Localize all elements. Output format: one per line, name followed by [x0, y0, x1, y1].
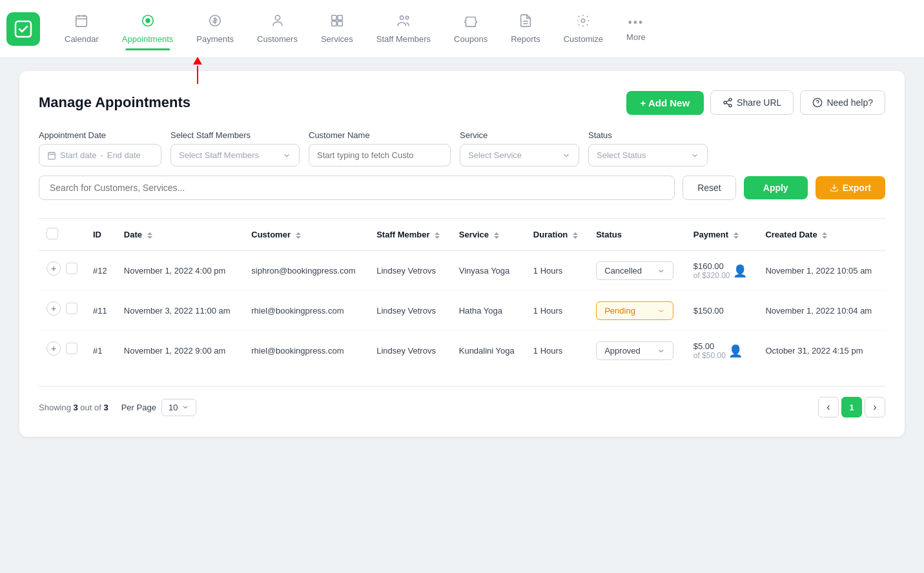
nav-item-coupons[interactable]: Coupons — [442, 8, 499, 49]
select-all-checkbox[interactable] — [46, 228, 58, 239]
nav-label-coupons: Coupons — [454, 34, 488, 44]
showing-text: Showing 3 out of 3 — [39, 403, 108, 412]
row-duration: 1 Hours — [526, 331, 588, 371]
export-button[interactable]: Export — [816, 176, 885, 199]
status-group: Status Select Status — [588, 130, 708, 166]
svg-point-19 — [724, 101, 726, 104]
date-range-input[interactable]: Start date - End date — [39, 144, 161, 166]
expand-row-button[interactable]: + — [46, 341, 61, 356]
nav-label-customize: Customize — [564, 34, 603, 44]
top-navigation: Calendar Appointments Payments Customers… — [0, 0, 924, 58]
payments-icon — [208, 14, 222, 32]
staff-column[interactable]: Staff Member — [369, 219, 451, 251]
table-row: + #12 November 1, 2022 4:00 pm siphron@b… — [39, 251, 885, 291]
main-card: Manage Appointments + Add New Share URL … — [19, 71, 905, 437]
row-id: #11 — [85, 291, 116, 331]
chevron-down-icon — [282, 151, 291, 160]
nav-item-customize[interactable]: Customize — [552, 8, 615, 49]
prev-page-button[interactable]: ‹ — [818, 397, 839, 417]
svg-rect-1 — [76, 16, 87, 26]
filters-row: Appointment Date Start date - End date S… — [39, 130, 885, 166]
svg-point-13 — [400, 16, 404, 20]
table-header-row: ID Date Customer Staff Member Service — [39, 219, 885, 251]
table-row: + #1 November 1, 2022 9:00 am rhiel@book… — [39, 331, 885, 371]
add-new-button[interactable]: + Add New — [626, 91, 704, 115]
row-created: October 31, 2022 4:15 pm — [757, 331, 885, 371]
date-column[interactable]: Date — [116, 219, 243, 251]
per-page-dropdown[interactable]: 10 — [161, 399, 196, 416]
customer-name-group: Customer Name — [309, 130, 451, 166]
nav-item-appointments[interactable]: Appointments — [110, 8, 185, 49]
nav-items: Calendar Appointments Payments Customers… — [53, 8, 918, 49]
more-icon: ••• — [628, 16, 644, 30]
row-checkbox[interactable] — [66, 303, 77, 314]
status-badge[interactable]: Approved — [596, 341, 673, 360]
nav-item-customers[interactable]: Customers — [245, 8, 309, 49]
appointments-table: ID Date Customer Staff Member Service — [39, 218, 885, 370]
created-column[interactable]: Created Date — [757, 219, 885, 251]
search-input[interactable] — [39, 176, 675, 200]
customer-name-input[interactable] — [309, 144, 451, 166]
nav-label-calendar: Calendar — [65, 34, 99, 44]
chevron-down-icon — [690, 151, 699, 160]
row-created: November 1, 2022 10:04 am — [757, 291, 885, 331]
row-checkbox[interactable] — [66, 343, 77, 354]
payment-column[interactable]: Payment — [686, 219, 758, 251]
expand-row-button[interactable]: + — [46, 261, 61, 276]
nav-item-services[interactable]: Services — [309, 8, 365, 49]
status-label: Status — [588, 130, 708, 140]
appointment-date-group: Appointment Date Start date - End date — [39, 130, 161, 166]
service-label: Service — [460, 130, 579, 140]
row-date: November 1, 2022 4:00 pm — [116, 251, 243, 291]
svg-point-8 — [275, 15, 280, 20]
nav-label-appointments: Appointments — [122, 34, 174, 44]
nav-item-calendar[interactable]: Calendar — [53, 8, 110, 49]
service-select[interactable]: Select Service — [460, 144, 579, 166]
need-help-button[interactable]: Need help? — [800, 90, 885, 115]
page-1-button[interactable]: 1 — [841, 397, 862, 417]
duration-column[interactable]: Duration — [526, 219, 588, 251]
table-row: + #11 November 3, 2022 11:00 am rhiel@bo… — [39, 291, 885, 331]
card-header: Manage Appointments + Add New Share URL … — [39, 90, 885, 115]
customize-icon — [576, 14, 590, 32]
nav-item-payments[interactable]: Payments — [185, 8, 245, 49]
status-badge[interactable]: Pending — [596, 301, 673, 320]
row-id: #12 — [85, 251, 116, 291]
row-payment: $5.00 of $50.00 👤 — [686, 331, 758, 371]
share-url-button[interactable]: Share URL — [710, 90, 794, 115]
svg-rect-11 — [332, 21, 336, 26]
row-date: November 3, 2022 11:00 am — [116, 291, 243, 331]
chevron-down-icon — [657, 347, 665, 355]
nav-label-reports: Reports — [511, 34, 540, 44]
chevron-down-icon — [562, 151, 571, 160]
chevron-down-icon — [181, 403, 189, 411]
row-status: Pending — [588, 291, 686, 331]
reset-button[interactable]: Reset — [683, 176, 736, 200]
customer-column[interactable]: Customer — [243, 219, 369, 251]
nav-label-customers: Customers — [257, 34, 298, 44]
help-icon — [812, 97, 823, 108]
expand-row-button[interactable]: + — [46, 301, 61, 316]
header-actions: + Add New Share URL Need help? — [626, 90, 885, 115]
row-service: Kundalini Yoga — [451, 331, 526, 371]
next-page-button[interactable]: › — [865, 397, 885, 417]
row-checkbox[interactable] — [66, 263, 77, 274]
staff-members-select[interactable]: Select Staff Members — [170, 144, 300, 166]
search-row: Reset Apply Export — [39, 176, 885, 200]
status-select[interactable]: Select Status — [588, 144, 708, 166]
row-created: November 1, 2022 10:05 am — [757, 251, 885, 291]
nav-item-more[interactable]: ••• More — [615, 11, 657, 47]
apply-button[interactable]: Apply — [744, 176, 808, 199]
nav-label-staff: Staff Members — [376, 34, 431, 44]
status-badge[interactable]: Cancelled — [596, 261, 673, 280]
customers-icon — [271, 14, 285, 32]
app-logo[interactable] — [6, 12, 40, 46]
svg-rect-12 — [338, 21, 342, 26]
chevron-down-icon — [657, 267, 665, 275]
nav-item-staff-members[interactable]: Staff Members — [365, 8, 442, 49]
svg-rect-10 — [338, 15, 342, 20]
svg-point-17 — [582, 19, 586, 23]
service-column[interactable]: Service — [451, 219, 526, 251]
svg-rect-0 — [15, 21, 31, 37]
nav-item-reports[interactable]: Reports — [499, 8, 552, 49]
